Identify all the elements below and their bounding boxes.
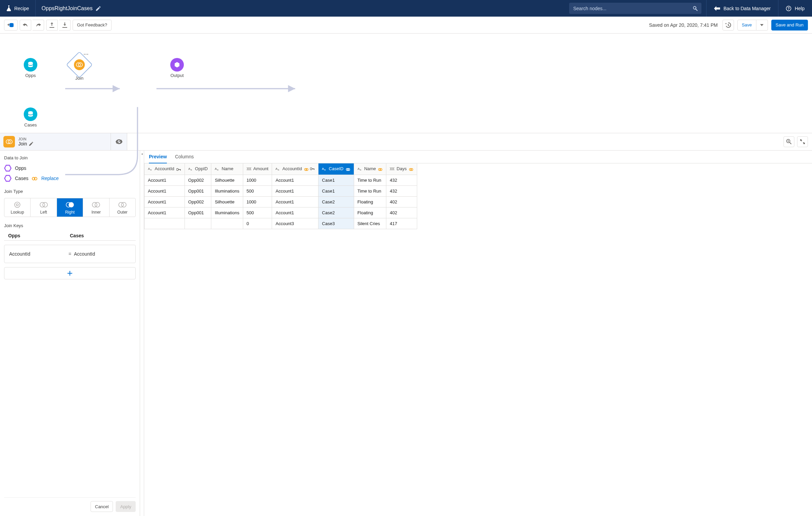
table-cell[interactable]: Floating [354,197,386,207]
table-cell[interactable]: Floating [354,207,386,218]
table-cell[interactable]: Account1 [272,186,318,197]
recipe-canvas[interactable]: Opps Join ··· Output Cases [0,34,812,133]
table-cell[interactable]: Illuminations [211,186,243,197]
table-cell[interactable]: Account1 [144,197,185,207]
table-cell[interactable]: 417 [386,218,417,229]
replace-link[interactable]: Replace [41,176,59,181]
table-cell[interactable]: Silhouette [211,197,243,207]
node-opps[interactable]: Opps [17,58,44,78]
table-cell[interactable]: Account1 [272,175,318,186]
table-cell[interactable]: Silent Cries [354,218,386,229]
save-menu-button[interactable] [756,20,768,31]
table-cell[interactable] [144,218,185,229]
table-cell[interactable]: 432 [386,186,417,197]
join-key-row[interactable]: AccountId = AccountId [4,245,136,263]
column-header[interactable]: Aa CaseID [318,163,354,175]
search-icon [693,6,698,11]
table-cell[interactable]: Case2 [318,197,354,207]
zoom-button[interactable] [784,136,794,147]
lower-panel: Data to Join Opps Cases Replace Join Typ… [0,151,812,516]
table-cell[interactable]: Account3 [272,218,318,229]
table-cell[interactable]: 402 [386,207,417,218]
table-cell[interactable]: 432 [386,175,417,186]
history-button[interactable] [722,20,734,31]
table-row[interactable]: Account1Opp001Illuminations500Account1Ca… [144,207,417,218]
table-cell[interactable]: Account1 [144,175,185,186]
cancel-button[interactable]: Cancel [91,501,113,512]
column-header[interactable]: Aa Name [211,163,243,175]
column-header[interactable]: Days [386,163,417,175]
svg-text:?: ? [788,7,790,11]
help-label: Help [795,6,805,11]
table-cell[interactable]: Opp002 [185,197,211,207]
collapse-sidebar-button[interactable]: ◂ [140,151,144,516]
feedback-button[interactable]: Got Feedback? [73,20,112,31]
table-cell[interactable]: Case1 [318,186,354,197]
column-header[interactable]: Amount [243,163,272,175]
table-cell[interactable]: Time to Run [354,175,386,186]
column-header[interactable]: Aa AccountId [272,163,318,175]
node-join[interactable]: Join [66,55,93,81]
table-cell[interactable]: Illuminations [211,207,243,218]
table-cell[interactable]: Account1 [272,197,318,207]
table-cell[interactable]: Opp001 [185,186,211,197]
node-menu-icon[interactable]: ··· [83,51,89,58]
table-row[interactable]: 0Account3Case3Silent Cries417 [144,218,417,229]
link-icon [304,167,309,172]
undo-button[interactable] [20,20,31,31]
join-type-right[interactable]: Right [57,198,83,217]
table-row[interactable]: Account1Opp002Silhouette1000Account1Case… [144,197,417,207]
table-row[interactable]: Account1Opp001Illuminations500Account1Ca… [144,186,417,197]
pencil-icon[interactable] [96,6,101,11]
table-cell[interactable] [211,218,243,229]
add-data-button[interactable] [4,20,18,31]
table-cell[interactable]: Account1 [272,207,318,218]
table-cell[interactable]: 1000 [243,175,272,186]
table-cell[interactable]: Time to Run [354,186,386,197]
table-cell[interactable]: Opp001 [185,207,211,218]
table-cell[interactable]: 0 [243,218,272,229]
table-cell[interactable]: 500 [243,186,272,197]
toggle-preview-button[interactable] [111,133,127,150]
svg-text:A: A [188,167,191,171]
expand-button[interactable] [797,136,808,147]
download-button[interactable] [59,20,71,31]
column-header[interactable]: Aa Name [354,163,386,175]
pencil-icon[interactable] [29,142,33,146]
table-cell[interactable]: Case1 [318,175,354,186]
svg-rect-49 [314,168,314,170]
redo-button[interactable] [33,20,44,31]
table-cell[interactable]: 500 [243,207,272,218]
table-cell[interactable]: Account1 [144,207,185,218]
table-cell[interactable]: Silhouette [211,175,243,186]
table-cell[interactable]: Account1 [144,186,185,197]
upload-button[interactable] [46,20,58,31]
link-icon [409,167,413,172]
node-cases[interactable]: Cases [17,107,44,127]
table-cell[interactable] [185,218,211,229]
join-type-left[interactable]: Left [31,198,57,217]
join-type-inner[interactable]: Inner [83,198,109,217]
table-cell[interactable]: Case3 [318,218,354,229]
node-output[interactable]: Output [163,58,191,78]
back-to-data-manager[interactable]: Back to Data Manager [706,0,778,17]
join-type-outer[interactable]: Outer [110,198,135,217]
column-header[interactable]: Aa OppID [185,163,211,175]
save-button[interactable]: Save [737,20,756,31]
table-cell[interactable]: Opp002 [185,175,211,186]
search-input[interactable] [569,3,701,14]
help[interactable]: ? Help [778,0,812,17]
tab-columns[interactable]: Columns [175,154,194,163]
column-header[interactable]: Aa AccountId [144,163,185,175]
add-key-button[interactable] [4,267,136,279]
apply-button[interactable]: Apply [116,501,136,512]
table-row[interactable]: Account1Opp002Silhouette1000Account1Case… [144,175,417,186]
table-cell[interactable]: Case2 [318,207,354,218]
tab-preview[interactable]: Preview [149,154,167,163]
save-and-run-button[interactable]: Save and Run [771,20,808,31]
join-type-lookup[interactable]: Lookup [4,198,31,217]
hexagon-icon [170,58,184,72]
svg-point-42 [250,168,250,169]
table-cell[interactable]: 1000 [243,197,272,207]
table-cell[interactable]: 402 [386,197,417,207]
